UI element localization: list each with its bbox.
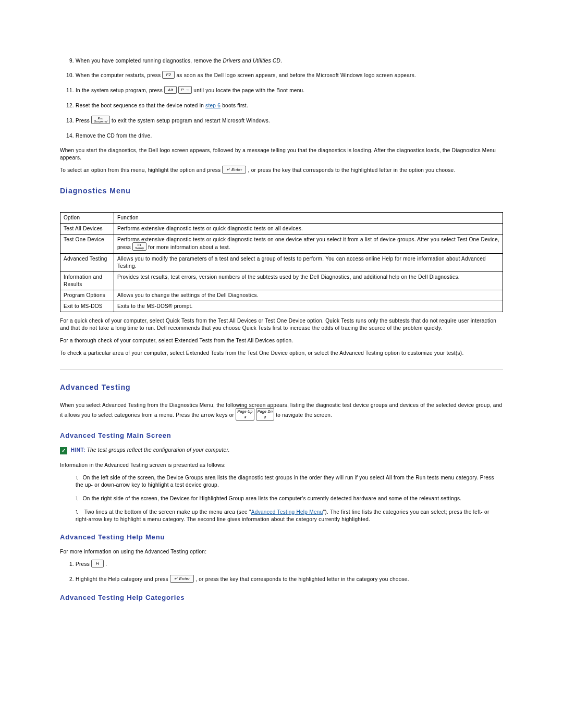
para2-a: To select an option from this menu, high…: [60, 167, 222, 173]
alt-key-icon: Alt: [164, 86, 177, 94]
h-key-icon: H: [91, 560, 104, 567]
diagnostics-menu-table: Option Function Test All Devices Perform…: [60, 212, 503, 312]
header-option: Option: [60, 212, 114, 223]
extended-all-paragraph: For a thorough check of your computer, s…: [60, 337, 503, 344]
fn-cell: Provides test results, test errors, vers…: [114, 272, 503, 290]
fn-cell: Performs extensive diagnostic tests or q…: [114, 223, 503, 234]
advanced-testing-heading: Advanced Testing: [60, 382, 503, 393]
pageup-key-icon: Page Up⇞: [236, 408, 254, 421]
step-9: When you have completed running diagnost…: [76, 57, 503, 65]
b3-a: Two lines at the bottom of the screen ma…: [84, 509, 251, 515]
hs1-a: Press: [76, 561, 91, 567]
f2-key-icon: F2: [162, 71, 175, 79]
fn-cell: Allows you to modify the parameters of a…: [114, 253, 503, 272]
select-option-paragraph: To select an option from this menu, high…: [60, 167, 503, 175]
enter-key-icon: ↵ Enter: [170, 575, 194, 583]
step11-a: In the system setup program, press: [76, 88, 164, 93]
step9-text-a: When you have completed running diagnost…: [76, 58, 223, 64]
opt-cell: Test All Devices: [60, 223, 114, 234]
para6-b: to navigate the screen.: [276, 412, 332, 418]
step12-a: Reset the boot sequence so that the devi…: [76, 103, 205, 108]
enter-key-icon: ↵ Enter: [222, 166, 246, 174]
adv-screen-bullets: On the left side of the screen, the Devi…: [60, 474, 503, 523]
hs2-a: Highlight the Help category and press: [76, 576, 170, 582]
list-item: On the left side of the screen, the Devi…: [76, 474, 503, 489]
step-11: In the system setup program, press Alt P…: [76, 87, 503, 95]
advanced-testing-intro: When you select Advanced Testing from th…: [60, 402, 503, 422]
hint-label: HINT:: [71, 447, 85, 453]
step12-b: boots first.: [221, 103, 248, 108]
advanced-help-menu-heading: Advanced Testing Help Menu: [60, 533, 503, 542]
fn-cell: Allows you to change the settings of the…: [114, 290, 503, 301]
table-row: Test One Device Performs extensive diagn…: [60, 234, 503, 253]
table-row: Exit to MS-DOS Exits to the MS-DOS® prom…: [60, 301, 503, 312]
step-13: Press EscSuspend to exit the system setu…: [76, 117, 503, 125]
extended-one-paragraph: To check a particular area of your compu…: [60, 350, 503, 357]
step14: Remove the CD from the drive.: [76, 133, 152, 139]
hint-row: ✓ HINT: The test groups reflect the conf…: [60, 447, 503, 454]
step9-text-b: .: [280, 58, 282, 64]
opt-cell: Test One Device: [60, 234, 114, 253]
step10-b: as soon as the Dell logo screen appears,…: [176, 72, 416, 78]
quick-tests-paragraph: For a quick check of your computer, sele…: [60, 317, 503, 332]
opt-cell: Exit to MS-DOS: [60, 301, 114, 312]
diag-load-paragraph: When you start the diagnostics, the Dell…: [60, 147, 503, 162]
header-function: Function: [114, 212, 503, 223]
pagedn-key-icon: Page Dn⇟: [256, 408, 274, 421]
advanced-main-screen-heading: Advanced Testing Main Screen: [60, 431, 503, 440]
hs1-b: .: [105, 561, 107, 567]
opt-cell: Program Options: [60, 290, 114, 301]
help-step-1: Press H .: [76, 561, 503, 569]
table-header-row: Option Function: [60, 212, 503, 223]
step-10: When the computer restarts, press F2 as …: [76, 72, 503, 80]
list-item: On the right side of the screen, the Dev…: [76, 495, 503, 502]
table-row: Test All Devices Performs extensive diag…: [60, 223, 503, 234]
step10-a: When the computer restarts, press: [76, 72, 162, 78]
table-row: Advanced Testing Allows you to modify th…: [60, 253, 503, 272]
f1-key-icon: F1Setup: [132, 242, 146, 251]
step6-link[interactable]: step 6: [205, 103, 221, 108]
help-menu-intro: For more information on using the Advanc…: [60, 548, 503, 556]
fn-b: for more information about a test.: [148, 244, 230, 250]
step11-b: until you locate the page with the Boot …: [193, 88, 304, 93]
step-12: Reset the boot sequence so that the devi…: [76, 102, 503, 109]
step-14: Remove the CD from the drive.: [76, 132, 503, 140]
table-row: Program Options Allows you to change the…: [60, 290, 503, 301]
esc-key-icon: EscSuspend: [91, 116, 110, 124]
para2-b: , or press the key that corresponds to t…: [248, 167, 455, 173]
opt-cell: Information and Results: [60, 272, 114, 290]
adv-help-menu-link[interactable]: Advanced Testing Help Menu: [251, 509, 323, 515]
diagnostics-menu-heading: Diagnostics Menu: [60, 186, 503, 196]
step13-a: Press: [76, 118, 91, 124]
table-row: Information and Results Provides test re…: [60, 272, 503, 290]
hint-icon: ✓: [60, 447, 67, 454]
help-steps-list: Press H . Highlight the Help category an…: [60, 561, 503, 584]
opt-cell: Advanced Testing: [60, 253, 114, 272]
step13-b: to exit the system setup program and res…: [112, 118, 270, 124]
fn-cell: Performs extensive diagnostic tests or q…: [114, 234, 503, 253]
list-item: Two lines at the bottom of the screen ma…: [76, 509, 503, 523]
hint-text: The test groups reflect the configuratio…: [87, 447, 230, 453]
adv-screen-info-paragraph: Information in the Advanced Testing scre…: [60, 462, 503, 469]
advanced-help-categories-heading: Advanced Testing Help Categories: [60, 593, 503, 602]
fn-cell: Exits to the MS-DOS® prompt.: [114, 301, 503, 312]
hs2-b: , or press the key that corresponds to t…: [195, 576, 409, 582]
divider: [60, 369, 503, 370]
step9-italic: Drivers and Utilities CD: [223, 58, 281, 64]
help-step-2: Highlight the Help category and press ↵ …: [76, 576, 503, 584]
p-key-icon: P →: [178, 86, 192, 94]
